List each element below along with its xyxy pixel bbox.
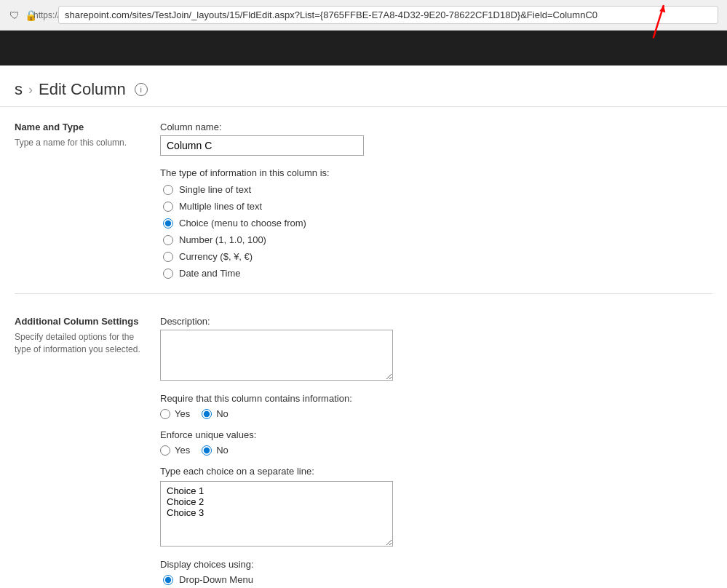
radio-single-line-label: Single line of text — [179, 184, 251, 195]
info-icon[interactable]: i — [135, 83, 148, 96]
additional-settings-layout: Additional Column Settings Specify detai… — [15, 316, 712, 585]
form-left-panel: Name and Type Type a name for this colum… — [15, 122, 160, 279]
enforce-yes-input[interactable] — [160, 445, 170, 456]
shield-icon: 🛡 — [9, 9, 20, 21]
browser-chrome: 🛡 🔒 https:// sharepoint.com/sites/TestJo… — [0, 0, 727, 31]
require-no-input[interactable] — [202, 409, 212, 419]
column-type-radio-group: Single line of text Multiple lines of te… — [163, 184, 712, 279]
require-yes-input[interactable] — [160, 409, 170, 419]
browser-security-icons: 🛡 🔒 https:// — [9, 9, 52, 21]
breadcrumb-separator: › — [28, 82, 33, 98]
breadcrumb: s › Edit Column i — [15, 80, 727, 99]
require-no[interactable]: No — [202, 408, 229, 419]
column-name-group: Column name: — [160, 122, 712, 156]
radio-number[interactable]: Number (1, 1.0, 100) — [163, 234, 712, 245]
top-nav-bar — [0, 31, 727, 65]
enforce-yes[interactable]: Yes — [160, 445, 190, 456]
radio-multiple-lines-input[interactable] — [163, 202, 173, 212]
form-right-panel: Column name: The type of information in … — [160, 122, 712, 279]
radio-multiple-lines-label: Multiple lines of text — [179, 201, 262, 212]
radio-choice-label: Choice (menu to choose from) — [179, 218, 306, 229]
additional-settings-right: Description: Require that this column co… — [160, 316, 712, 585]
svg-line-0 — [642, 5, 675, 38]
enforce-no-label: No — [216, 445, 229, 456]
name-and-type-title: Name and Type — [15, 122, 146, 132]
display-dropdown-input[interactable] — [163, 575, 173, 585]
additional-settings-left: Additional Column Settings Specify detai… — [15, 316, 160, 585]
radio-currency[interactable]: Currency ($, ¥, €) — [163, 251, 712, 262]
choices-label: Type each choice on a separate line: — [160, 466, 712, 477]
main-content: Name and Type Type a name for this colum… — [0, 107, 727, 588]
radio-single-line-input[interactable] — [163, 185, 173, 195]
display-radio-group: Drop-Down Menu — [163, 574, 712, 585]
display-label: Display choices using: — [160, 559, 712, 570]
radio-choice-input[interactable] — [163, 218, 173, 229]
section-divider — [15, 293, 712, 294]
column-type-label: The type of information in this column i… — [160, 167, 712, 178]
enforce-yes-label: Yes — [175, 445, 190, 456]
radio-datetime-input[interactable] — [163, 269, 173, 279]
require-label: Require that this column contains inform… — [160, 393, 712, 404]
svg-marker-1 — [658, 5, 667, 15]
require-radio-group: Yes No — [160, 408, 712, 419]
name-and-type-section: Name and Type Type a name for this colum… — [15, 122, 146, 149]
require-no-label: No — [216, 408, 229, 419]
radio-number-label: Number (1, 1.0, 100) — [179, 234, 266, 245]
radio-choice[interactable]: Choice (menu to choose from) — [163, 218, 712, 229]
radio-single-line[interactable]: Single line of text — [163, 184, 712, 195]
page-title: Edit Column — [39, 80, 126, 99]
radio-multiple-lines[interactable]: Multiple lines of text — [163, 201, 712, 212]
enforce-radio-group: Yes No — [160, 445, 712, 456]
column-name-input[interactable] — [160, 135, 364, 156]
form-layout: Name and Type Type a name for this colum… — [15, 122, 712, 279]
description-textarea[interactable] — [160, 330, 393, 381]
additional-settings-hint: Specify detailed options for the type of… — [15, 331, 146, 356]
require-yes-label: Yes — [175, 408, 190, 419]
description-label: Description: — [160, 316, 712, 327]
page-header: s › Edit Column i — [0, 65, 727, 107]
https-label: https:// — [41, 9, 52, 21]
name-and-type-hint: Type a name for this column. — [15, 137, 146, 149]
column-name-label: Column name: — [160, 122, 712, 132]
breadcrumb-prefix: s — [15, 80, 23, 99]
display-dropdown[interactable]: Drop-Down Menu — [163, 574, 712, 585]
radio-datetime-label: Date and Time — [179, 268, 241, 279]
radio-currency-input[interactable] — [163, 252, 173, 262]
require-yes[interactable]: Yes — [160, 408, 190, 419]
address-bar[interactable]: sharepoint.com/sites/TestJoin/_layouts/1… — [58, 6, 718, 24]
display-dropdown-label: Drop-Down Menu — [179, 574, 253, 585]
enforce-no-input[interactable] — [202, 445, 212, 456]
additional-settings-title: Additional Column Settings — [15, 316, 146, 327]
radio-number-input[interactable] — [163, 235, 173, 245]
choices-textarea[interactable]: Choice 1 Choice 2 Choice 3 — [160, 481, 393, 547]
radio-datetime[interactable]: Date and Time — [163, 268, 712, 279]
radio-currency-label: Currency ($, ¥, €) — [179, 251, 253, 262]
enforce-no[interactable]: No — [202, 445, 229, 456]
enforce-label: Enforce unique values: — [160, 429, 712, 440]
